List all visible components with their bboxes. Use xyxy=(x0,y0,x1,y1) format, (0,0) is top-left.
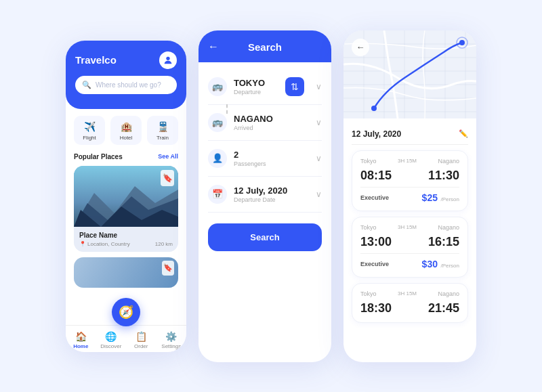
arrival-field[interactable]: 🚌 NAGANO Arrived ∨ xyxy=(208,105,322,141)
price-2: $30 xyxy=(422,259,438,269)
chevron-down-icon-3: ∨ xyxy=(316,154,322,163)
swap-button[interactable]: ⇅ xyxy=(285,77,304,96)
nav-home[interactable]: 🏠 Home xyxy=(66,331,96,349)
settings-icon: ⚙️ xyxy=(165,331,177,342)
search-header: ← Search xyxy=(199,30,331,62)
search-form: 🚌 TOKYO Departure ∨ ⇅ 🚌 NAGANO Arrived ∨… xyxy=(199,62,331,258)
chevron-down-icon-2: ∨ xyxy=(316,118,322,127)
phone-search: ← Search 🚌 TOKYO Departure ∨ ⇅ 🚌 NAGANO … xyxy=(199,30,331,362)
location-fab[interactable]: 🧭 xyxy=(112,298,140,326)
back-button-map[interactable]: ← xyxy=(352,39,369,56)
place-location: 📍 Location, Country xyxy=(79,241,130,247)
popular-section-title: Popular Places xyxy=(74,153,123,160)
depart-time-1: 08:15 xyxy=(360,169,392,183)
nav-settings[interactable]: ⚙️ Settings xyxy=(157,331,187,349)
search-bar[interactable]: 🔍 Where should we go? xyxy=(75,76,177,94)
settings-nav-label: Settings xyxy=(161,343,181,349)
passengers-icon: 👤 xyxy=(208,149,227,168)
arrival-icon: 🚌 xyxy=(208,113,227,132)
from-city-1: Tokyo xyxy=(360,158,377,165)
nav-discover[interactable]: 🌐 Discover xyxy=(96,331,127,349)
class-2: Executive xyxy=(360,261,389,267)
passengers-value: 2 xyxy=(234,150,309,160)
passengers-field[interactable]: 👤 2 Passengers ∨ xyxy=(208,141,322,177)
price-unit-2: /Person xyxy=(440,263,459,269)
category-flight[interactable]: ✈️ Flight xyxy=(74,116,105,145)
depart-time-2: 13:00 xyxy=(360,235,392,249)
date-label: Departure Date xyxy=(234,196,309,203)
back-button[interactable]: ← xyxy=(208,41,219,53)
place-card-2[interactable]: 🔖 xyxy=(74,257,178,288)
phone-home: Travelco 🔍 Where should we go? ✈️ Flight… xyxy=(66,41,186,352)
hotel-label: Hotel xyxy=(120,135,133,141)
duration-2: 3H 15M xyxy=(398,224,417,230)
svg-point-19 xyxy=(459,40,465,45)
app-title: Travelco xyxy=(75,54,117,66)
chevron-down-icon-4: ∨ xyxy=(316,190,322,199)
home-icon: 🏠 xyxy=(75,331,87,342)
arrival-label: Arrived xyxy=(234,125,309,131)
arrive-time-3: 21:45 xyxy=(428,301,459,315)
bookmark-icon[interactable]: 🔖 xyxy=(161,170,174,186)
date-row: 12 July, 2020 ✏️ xyxy=(352,124,468,145)
search-placeholder: Where should we go? xyxy=(96,81,161,89)
search-icon: 🔍 xyxy=(82,81,91,89)
edit-icon[interactable]: ✏️ xyxy=(459,129,468,138)
train-icon: 🚆 xyxy=(157,121,169,132)
trip-date: 12 July, 2020 xyxy=(352,129,401,139)
category-hotel[interactable]: 🏨 Hotel xyxy=(110,116,142,145)
duration-3: 3H 15M xyxy=(398,290,417,297)
to-city-2: Nagano xyxy=(438,224,459,231)
nav-order[interactable]: 📋 Order xyxy=(126,331,157,349)
place-name: Place Name xyxy=(79,232,173,239)
results-body: 12 July, 2020 ✏️ Tokyo 3H 15M Nagano 08:… xyxy=(343,118,476,334)
home-header: Travelco 🔍 Where should we go? xyxy=(66,41,186,109)
hotel-icon: 🏨 xyxy=(121,121,132,132)
phone-results: ← 12 July, 2020 ✏️ Tokyo 3H 15M Nagano 0… xyxy=(343,30,476,362)
trip-card-3[interactable]: Tokyo 3H 15M Nagano 18:30 21:45 xyxy=(352,283,468,323)
discover-icon: 🌐 xyxy=(105,331,117,342)
swap-icon: ⇅ xyxy=(291,81,299,92)
passengers-label: Passengers xyxy=(234,160,309,167)
chevron-down-icon: ∨ xyxy=(316,82,322,91)
place-card-1[interactable]: 🔖 Place Name 📍 Location, Country 120 km xyxy=(74,166,178,252)
to-city-3: Nagano xyxy=(438,290,459,297)
location-pin-icon: 📍 xyxy=(79,241,86,247)
bottom-nav: 🏠 Home 🌐 Discover 📋 Order ⚙️ Settings xyxy=(66,325,186,352)
from-city-3: Tokyo xyxy=(360,290,377,297)
trip-card-1[interactable]: Tokyo 3H 15M Nagano 08:15 11:30 Executiv… xyxy=(352,150,468,211)
date-value: 12 July, 2020 xyxy=(234,186,309,196)
departure-icon: 🚌 xyxy=(208,77,227,96)
from-city-2: Tokyo xyxy=(360,224,377,231)
price-unit-1: /Person xyxy=(440,196,459,202)
arrival-value: NAGANO xyxy=(234,114,309,124)
compass-icon: 🧭 xyxy=(119,305,133,320)
departure-field[interactable]: 🚌 TOKYO Departure ∨ ⇅ xyxy=(208,69,322,105)
category-train[interactable]: 🚆 Train xyxy=(147,116,178,145)
search-title: Search xyxy=(248,41,282,53)
see-all-link[interactable]: See All xyxy=(158,153,178,160)
train-label: Train xyxy=(157,135,169,141)
flight-label: Flight xyxy=(83,135,96,141)
price-1: $25 xyxy=(422,192,438,203)
svg-point-18 xyxy=(371,106,377,111)
place-distance: 120 km xyxy=(155,241,173,247)
calendar-icon: 📅 xyxy=(208,185,227,204)
date-field[interactable]: 📅 12 July, 2020 Departure Date ∨ xyxy=(208,177,322,213)
depart-time-3: 18:30 xyxy=(360,301,392,315)
arrive-time-1: 11:30 xyxy=(428,169,459,183)
svg-point-0 xyxy=(166,56,169,60)
flight-icon: ✈️ xyxy=(84,121,96,132)
bookmark-icon-2[interactable]: 🔖 xyxy=(162,261,174,276)
map-view: ← xyxy=(343,30,476,118)
duration-1: 3H 15M xyxy=(398,158,417,164)
arrive-time-2: 16:15 xyxy=(428,235,459,249)
home-nav-label: Home xyxy=(73,343,88,349)
discover-nav-label: Discover xyxy=(100,343,121,349)
trip-card-2[interactable]: Tokyo 3H 15M Nagano 13:00 16:15 Executiv… xyxy=(352,217,468,278)
search-button[interactable]: Search xyxy=(208,223,322,251)
class-1: Executive xyxy=(360,194,389,201)
avatar[interactable] xyxy=(159,51,177,69)
to-city-1: Nagano xyxy=(438,158,459,165)
order-nav-label: Order xyxy=(134,343,148,349)
